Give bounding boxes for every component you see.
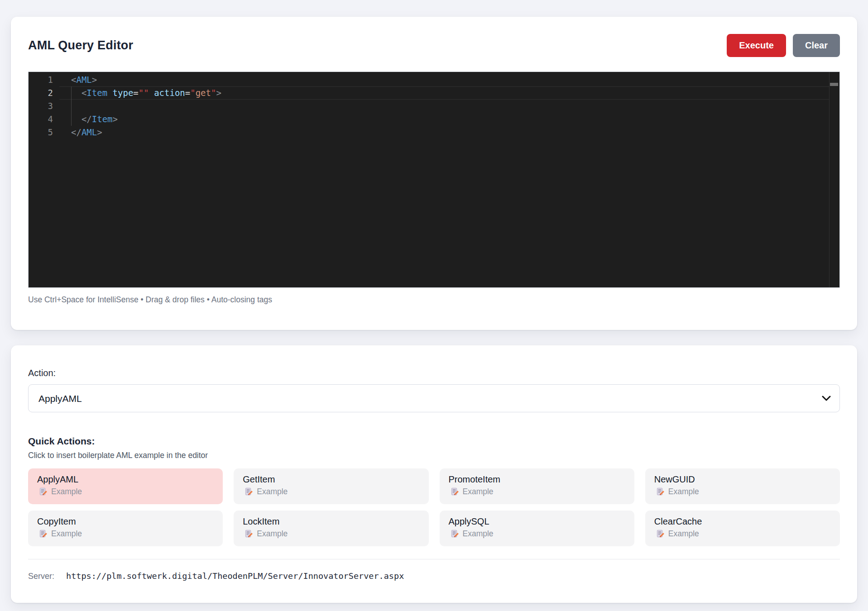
line-number: 1 — [29, 73, 59, 86]
memo-icon — [39, 530, 48, 538]
code-line: <AML> — [59, 73, 829, 86]
code-line: </Item> — [59, 113, 829, 126]
quick-action-example: Example — [449, 529, 625, 539]
line-number: 3 — [29, 100, 59, 113]
quick-action-example: Example — [37, 529, 214, 539]
example-label: Example — [463, 529, 494, 539]
quick-action-example: Example — [654, 529, 831, 539]
editor-hint-text: Use Ctrl+Space for IntelliSense • Drag &… — [28, 295, 840, 305]
quick-action-copyitem[interactable]: CopyItemExample — [28, 511, 223, 546]
overview-ruler[interactable] — [829, 72, 839, 287]
example-label: Example — [668, 487, 699, 496]
code-line — [59, 100, 829, 113]
memo-icon — [656, 530, 665, 538]
memo-icon — [656, 487, 665, 496]
ruler-cursor-mark — [830, 83, 838, 86]
quick-actions-hint: Click to insert boilerplate AML example … — [28, 451, 840, 460]
server-row: Server: https://plm.softwerk.digital/The… — [28, 559, 840, 581]
quick-action-applysql[interactable]: ApplySQLExample — [440, 511, 634, 546]
editor-card: AML Query Editor Execute Clear 12345 <AM… — [11, 17, 857, 330]
server-url: https://plm.softwerk.digital/TheodenPLM/… — [66, 571, 404, 581]
action-select[interactable]: ApplyAML — [28, 384, 840, 412]
editor-buttons: Execute Clear — [727, 34, 840, 57]
line-number-gutter: 12345 — [29, 72, 59, 287]
quick-action-lockitem[interactable]: LockItemExample — [234, 511, 428, 546]
memo-icon — [451, 487, 459, 496]
execute-button[interactable]: Execute — [727, 34, 786, 57]
memo-icon — [451, 530, 459, 538]
example-label: Example — [51, 487, 82, 496]
server-label: Server: — [28, 572, 54, 581]
line-number: 5 — [29, 126, 59, 139]
quick-action-example: Example — [654, 487, 831, 496]
quick-action-title: ApplyAML — [37, 474, 214, 485]
quick-actions-grid: ApplyAMLExampleGetItemExamplePromoteItem… — [28, 468, 840, 546]
quick-actions-label: Quick Actions: — [28, 436, 840, 447]
editor-header: AML Query Editor Execute Clear — [28, 34, 840, 57]
quick-action-title: CopyItem — [37, 516, 214, 527]
line-number: 4 — [29, 113, 59, 126]
quick-action-title: LockItem — [243, 516, 419, 527]
action-select-wrap: ApplyAML — [28, 384, 840, 412]
example-label: Example — [463, 487, 494, 496]
code-line: <Item type="" action="get"> — [59, 86, 829, 100]
example-label: Example — [668, 529, 699, 539]
quick-action-example: Example — [449, 487, 625, 496]
memo-icon — [245, 487, 253, 496]
action-card: Action: ApplyAML Quick Actions: Click to… — [11, 345, 857, 603]
example-label: Example — [51, 529, 82, 539]
quick-action-title: ApplySQL — [449, 516, 625, 527]
quick-action-applyaml[interactable]: ApplyAMLExample — [28, 468, 223, 504]
code-line: </AML> — [59, 126, 829, 139]
quick-action-title: GetItem — [243, 474, 419, 485]
quick-action-getitem[interactable]: GetItemExample — [234, 468, 428, 504]
quick-action-title: ClearCache — [654, 516, 831, 527]
action-label: Action: — [28, 368, 840, 378]
example-label: Example — [257, 487, 288, 496]
code-editor[interactable]: 12345 <AML> <Item type="" action="get"> … — [28, 72, 840, 288]
clear-button[interactable]: Clear — [793, 34, 840, 57]
quick-action-example: Example — [243, 487, 419, 496]
code-area[interactable]: <AML> <Item type="" action="get"> </Item… — [59, 72, 829, 287]
example-label: Example — [257, 529, 288, 539]
quick-action-newguid[interactable]: NewGUIDExample — [645, 468, 840, 504]
quick-action-example: Example — [37, 487, 214, 496]
memo-icon — [245, 530, 253, 538]
quick-action-clearcache[interactable]: ClearCacheExample — [645, 511, 840, 546]
page-title: AML Query Editor — [28, 38, 133, 53]
quick-action-title: PromoteItem — [449, 474, 625, 485]
memo-icon — [39, 487, 48, 496]
quick-action-example: Example — [243, 529, 419, 539]
quick-action-title: NewGUID — [654, 474, 831, 485]
quick-action-promoteitem[interactable]: PromoteItemExample — [440, 468, 634, 504]
line-number: 2 — [29, 86, 59, 100]
